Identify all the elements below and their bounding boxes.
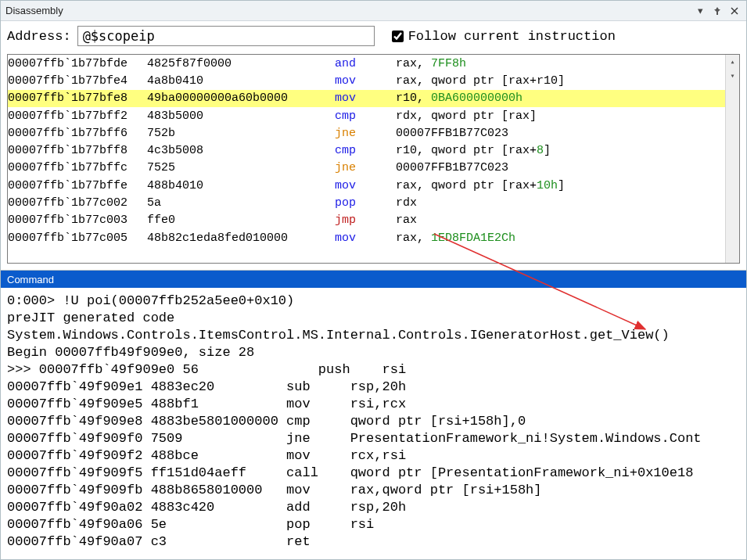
addr: 00007ffb`1b77bff2 — [8, 109, 147, 123]
close-icon[interactable] — [727, 4, 742, 18]
operands: 00007FFB1B77C023 — [396, 127, 508, 140]
address-input[interactable] — [77, 26, 375, 46]
operands: rax, 1ED8FDA1E2Ch — [396, 232, 515, 245]
addr: 00007ffb`1b77bffe — [8, 179, 147, 192]
addr: 00007ffb`1b77bfe8 — [8, 92, 147, 105]
operands: rdx, qword ptr [rax] — [396, 109, 537, 123]
bytes: 4a8b0410 — [147, 74, 335, 88]
disasm-row[interactable]: 00007ffb`1b77c002 5a poprdx — [8, 194, 739, 211]
addr: 00007ffb`1b77c003 — [8, 214, 147, 227]
bytes: 483b5000 — [147, 109, 335, 123]
addr: 00007ffb`1b77c005 — [8, 232, 147, 245]
operands: rax, qword ptr [rax+10h] — [396, 179, 565, 192]
bytes: 4c3b5008 — [147, 144, 335, 157]
command-titlebar: Command — [1, 271, 746, 288]
disasm-row[interactable]: 00007ffb`1b77c003 ffe0 jmprax — [8, 212, 739, 229]
address-label: Address: — [7, 29, 71, 44]
operands: rax — [396, 214, 417, 227]
scroll-up-icon[interactable]: ▴ — [726, 55, 739, 69]
disassembly-listing: 00007ffb`1b77bfde 4825f87f0000 andrax, 7… — [7, 54, 740, 264]
addr: 00007ffb`1b77bffc — [8, 161, 147, 174]
dropdown-icon[interactable]: ▾ — [693, 4, 707, 18]
mnemonic: mov — [335, 74, 396, 88]
disasm-row[interactable]: 00007ffb`1b77bff2 483b5000 cmprdx, qword… — [8, 107, 739, 124]
mnemonic: mov — [335, 179, 396, 192]
scrollbar[interactable]: ▴ ▾ — [725, 55, 739, 263]
bytes: 48b82c1eda8fed010000 — [147, 232, 335, 245]
scroll-down-icon[interactable]: ▾ — [726, 69, 739, 83]
disasm-row[interactable]: 00007ffb`1b77bfe4 4a8b0410 movrax, qword… — [8, 72, 739, 89]
mnemonic: cmp — [335, 109, 396, 123]
mnemonic: jne — [335, 161, 396, 174]
mnemonic: and — [335, 57, 396, 70]
operands: rdx — [396, 196, 417, 210]
follow-checkbox[interactable] — [392, 31, 404, 42]
mnemonic: jne — [335, 127, 396, 140]
pin-icon[interactable] — [710, 4, 724, 18]
disassembly-panel: Disassembly ▾ Address: Follow current in… — [1, 1, 746, 271]
bytes: 752b — [147, 127, 335, 140]
addr: 00007ffb`1b77bff6 — [8, 127, 147, 140]
operands: r10, qword ptr [rax+8] — [396, 144, 551, 157]
addr: 00007ffb`1b77bfe4 — [8, 74, 147, 88]
command-output[interactable]: 0:000> !U poi(00007ffb252a5ee0+0x10) pre… — [1, 288, 746, 555]
disasm-row[interactable]: 00007ffb`1b77bffc 7525 jne00007FFB1B77C0… — [8, 160, 739, 177]
follow-current-instruction[interactable]: Follow current instruction — [392, 29, 616, 44]
mnemonic: mov — [335, 92, 396, 105]
disassembly-titlebar: Disassembly ▾ — [1, 1, 746, 21]
bytes: ffe0 — [147, 214, 335, 227]
bytes: 49ba00000000a60b0000 — [147, 92, 335, 105]
mnemonic: cmp — [335, 144, 396, 157]
follow-label: Follow current instruction — [408, 29, 616, 44]
disasm-row[interactable]: 00007ffb`1b77bffe 488b4010 movrax, qword… — [8, 177, 739, 194]
operands: rax, 7FF8h — [396, 57, 466, 70]
operands: rax, qword ptr [rax+r10] — [396, 74, 565, 88]
addr: 00007ffb`1b77c002 — [8, 196, 147, 210]
disasm-row[interactable]: 00007ffb`1b77bff6 752b jne00007FFB1B77C0… — [8, 124, 739, 142]
operands: 00007FFB1B77C023 — [396, 161, 508, 174]
disasm-row[interactable]: 00007ffb`1b77bfe8 49ba00000000a60b0000 m… — [8, 90, 739, 107]
disasm-row[interactable]: 00007ffb`1b77bfde 4825f87f0000 andrax, 7… — [8, 55, 739, 72]
bytes: 7525 — [147, 161, 335, 174]
mnemonic: pop — [335, 196, 396, 210]
operands: r10, 0BA600000000h — [396, 92, 523, 105]
command-title: Command — [7, 274, 54, 285]
addr: 00007ffb`1b77bff8 — [8, 144, 147, 157]
bytes: 488b4010 — [147, 179, 335, 192]
address-bar: Address: Follow current instruction — [1, 21, 746, 51]
bytes: 5a — [147, 196, 335, 210]
disasm-row[interactable]: 00007ffb`1b77c005 48b82c1eda8fed010000 m… — [8, 229, 739, 246]
addr: 00007ffb`1b77bfde — [8, 57, 147, 70]
mnemonic: jmp — [335, 214, 396, 227]
disassembly-title: Disassembly — [5, 5, 690, 16]
disasm-row[interactable]: 00007ffb`1b77bff8 4c3b5008 cmpr10, qword… — [8, 142, 739, 159]
bytes: 4825f87f0000 — [147, 57, 335, 70]
mnemonic: mov — [335, 232, 396, 245]
